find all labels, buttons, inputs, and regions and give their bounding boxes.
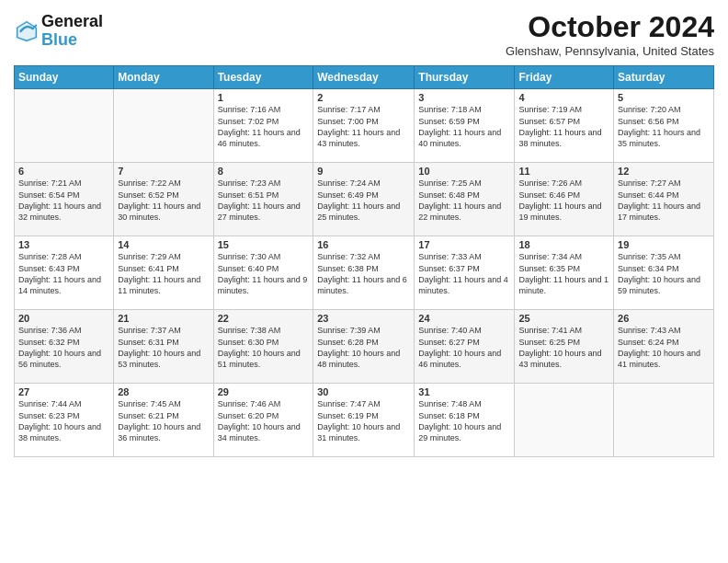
calendar-week-row: 13 Sunrise: 7:28 AMSunset: 6:43 PMDaylig… [15,236,714,310]
calendar-table: Sunday Monday Tuesday Wednesday Thursday… [14,65,714,457]
day-info: Sunrise: 7:38 AMSunset: 6:30 PMDaylight:… [218,326,301,368]
day-info: Sunrise: 7:21 AMSunset: 6:54 PMDaylight:… [18,178,101,221]
logo: General Blue [14,13,103,50]
calendar-cell: 9 Sunrise: 7:24 AMSunset: 6:49 PMDayligh… [313,163,415,236]
day-info: Sunrise: 7:39 AMSunset: 6:28 PMDaylight:… [317,326,400,368]
calendar-cell: 30 Sunrise: 7:47 AMSunset: 6:19 PMDaylig… [313,384,415,457]
calendar-cell: 8 Sunrise: 7:23 AMSunset: 6:51 PMDayligh… [213,163,313,236]
day-info: Sunrise: 7:28 AMSunset: 6:43 PMDaylight:… [18,252,101,294]
day-info: Sunrise: 7:47 AMSunset: 6:19 PMDaylight:… [317,399,400,442]
day-number: 22 [218,313,310,324]
calendar-cell: 7 Sunrise: 7:22 AMSunset: 6:52 PMDayligh… [114,163,213,236]
calendar-cell: 13 Sunrise: 7:28 AMSunset: 6:43 PMDaylig… [15,236,114,310]
day-number: 20 [18,313,109,324]
day-info: Sunrise: 7:24 AMSunset: 6:49 PMDaylight:… [317,178,400,221]
day-number: 15 [218,239,310,250]
calendar-cell: 28 Sunrise: 7:45 AMSunset: 6:21 PMDaylig… [114,384,213,457]
calendar-cell: 20 Sunrise: 7:36 AMSunset: 6:32 PMDaylig… [15,310,114,384]
day-info: Sunrise: 7:44 AMSunset: 6:23 PMDaylight:… [18,399,101,442]
calendar-cell: 14 Sunrise: 7:29 AMSunset: 6:41 PMDaylig… [114,236,213,310]
day-number: 8 [218,166,310,177]
day-number: 3 [418,92,510,103]
day-number: 28 [118,386,209,397]
calendar-cell: 1 Sunrise: 7:16 AMSunset: 7:02 PMDayligh… [213,89,313,163]
day-number: 4 [518,92,609,103]
day-number: 7 [118,166,209,177]
day-number: 21 [118,313,209,324]
day-info: Sunrise: 7:17 AMSunset: 7:00 PMDaylight:… [317,105,400,147]
day-info: Sunrise: 7:34 AMSunset: 6:35 PMDaylight:… [518,252,609,294]
day-number: 19 [618,239,710,250]
day-info: Sunrise: 7:37 AMSunset: 6:31 PMDaylight:… [118,326,200,368]
calendar-cell: 2 Sunrise: 7:17 AMSunset: 7:00 PMDayligh… [313,89,415,163]
calendar-week-row: 6 Sunrise: 7:21 AMSunset: 6:54 PMDayligh… [15,163,714,236]
calendar-cell: 31 Sunrise: 7:48 AMSunset: 6:18 PMDaylig… [415,384,515,457]
col-thursday: Thursday [415,66,515,89]
day-info: Sunrise: 7:36 AMSunset: 6:32 PMDaylight:… [18,326,101,368]
day-number: 24 [418,313,510,324]
calendar-cell: 26 Sunrise: 7:43 AMSunset: 6:24 PMDaylig… [614,310,714,384]
calendar-cell [614,384,714,457]
calendar-cell: 27 Sunrise: 7:44 AMSunset: 6:23 PMDaylig… [15,384,114,457]
calendar-cell: 15 Sunrise: 7:30 AMSunset: 6:40 PMDaylig… [213,236,313,310]
calendar-cell: 22 Sunrise: 7:38 AMSunset: 6:30 PMDaylig… [213,310,313,384]
day-number: 29 [218,386,310,397]
day-info: Sunrise: 7:45 AMSunset: 6:21 PMDaylight:… [118,399,200,442]
calendar-cell: 17 Sunrise: 7:33 AMSunset: 6:37 PMDaylig… [415,236,515,310]
col-saturday: Saturday [614,66,714,89]
col-friday: Friday [515,66,614,89]
day-info: Sunrise: 7:48 AMSunset: 6:18 PMDaylight:… [418,399,501,442]
day-info: Sunrise: 7:19 AMSunset: 6:57 PMDaylight:… [518,105,601,147]
calendar-cell: 3 Sunrise: 7:18 AMSunset: 6:59 PMDayligh… [415,89,515,163]
day-info: Sunrise: 7:30 AMSunset: 6:40 PMDaylight:… [218,252,308,294]
logo-line2: Blue [41,30,77,49]
calendar-cell: 21 Sunrise: 7:37 AMSunset: 6:31 PMDaylig… [114,310,213,384]
calendar-cell: 25 Sunrise: 7:41 AMSunset: 6:25 PMDaylig… [515,310,614,384]
day-info: Sunrise: 7:25 AMSunset: 6:48 PMDaylight:… [418,178,501,221]
day-number: 18 [518,239,609,250]
day-info: Sunrise: 7:18 AMSunset: 6:59 PMDaylight:… [418,105,501,147]
calendar-cell [515,384,614,457]
day-number: 27 [18,386,109,397]
day-number: 25 [518,313,609,324]
calendar-cell: 29 Sunrise: 7:46 AMSunset: 6:20 PMDaylig… [213,384,313,457]
day-number: 13 [18,239,109,250]
col-tuesday: Tuesday [213,66,313,89]
day-number: 6 [18,166,109,177]
day-number: 26 [618,313,710,324]
day-info: Sunrise: 7:29 AMSunset: 6:41 PMDaylight:… [118,252,200,294]
calendar-week-row: 20 Sunrise: 7:36 AMSunset: 6:32 PMDaylig… [15,310,714,384]
col-monday: Monday [114,66,213,89]
logo-icon [14,18,40,44]
day-number: 14 [118,239,209,250]
title-block: October 2024 Glenshaw, Pennsylvania, Uni… [506,9,714,58]
logo-text: General Blue [41,13,103,50]
day-info: Sunrise: 7:16 AMSunset: 7:02 PMDaylight:… [218,105,301,147]
calendar-cell: 11 Sunrise: 7:26 AMSunset: 6:46 PMDaylig… [515,163,614,236]
day-number: 23 [317,313,410,324]
calendar-cell [15,89,114,163]
day-number: 30 [317,386,410,397]
day-info: Sunrise: 7:20 AMSunset: 6:56 PMDaylight:… [618,105,700,147]
calendar-cell: 24 Sunrise: 7:40 AMSunset: 6:27 PMDaylig… [415,310,515,384]
logo-line1: General [41,12,103,30]
page: General Blue October 2024 Glenshaw, Penn… [0,0,728,563]
day-info: Sunrise: 7:35 AMSunset: 6:34 PMDaylight:… [618,252,700,294]
svg-marker-0 [16,20,38,42]
day-number: 5 [618,92,710,103]
calendar-cell: 6 Sunrise: 7:21 AMSunset: 6:54 PMDayligh… [15,163,114,236]
day-info: Sunrise: 7:43 AMSunset: 6:24 PMDaylight:… [618,326,700,368]
day-number: 11 [518,166,609,177]
col-wednesday: Wednesday [313,66,415,89]
calendar-cell: 23 Sunrise: 7:39 AMSunset: 6:28 PMDaylig… [313,310,415,384]
day-number: 9 [317,166,410,177]
day-info: Sunrise: 7:41 AMSunset: 6:25 PMDaylight:… [518,326,601,368]
day-info: Sunrise: 7:33 AMSunset: 6:37 PMDaylight:… [418,252,508,294]
day-number: 1 [218,92,310,103]
day-info: Sunrise: 7:40 AMSunset: 6:27 PMDaylight:… [418,326,501,368]
calendar-week-row: 1 Sunrise: 7:16 AMSunset: 7:02 PMDayligh… [15,89,714,163]
day-number: 17 [418,239,510,250]
calendar-cell: 4 Sunrise: 7:19 AMSunset: 6:57 PMDayligh… [515,89,614,163]
day-info: Sunrise: 7:22 AMSunset: 6:52 PMDaylight:… [118,178,200,221]
day-info: Sunrise: 7:46 AMSunset: 6:20 PMDaylight:… [218,399,301,442]
